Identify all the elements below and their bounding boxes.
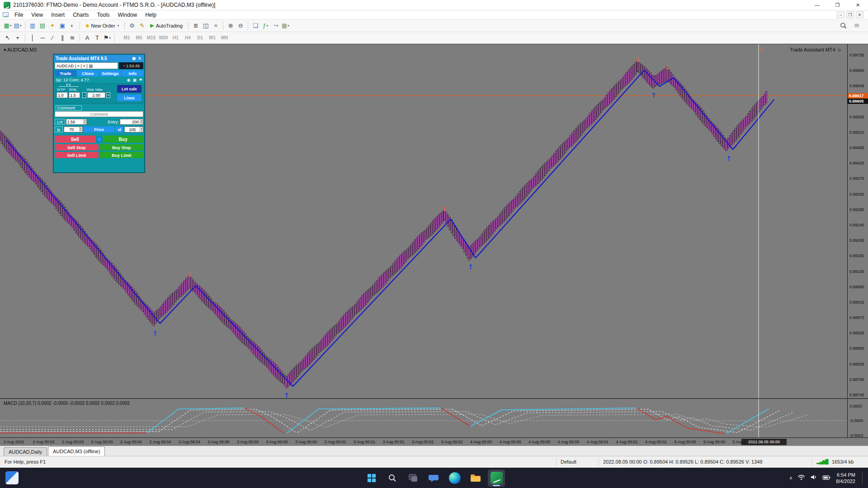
child-restore-button[interactable]: ❐ xyxy=(846,11,854,18)
file-explorer-button[interactable] xyxy=(467,469,484,487)
terminal-icon[interactable]: ▣ xyxy=(57,21,67,31)
rsl-input[interactable] xyxy=(69,93,80,98)
confirm-checkbox[interactable] xyxy=(97,137,102,142)
search-icon[interactable] xyxy=(838,21,848,31)
horizontal-line-icon[interactable]: ─ xyxy=(38,33,47,43)
entry-input[interactable] xyxy=(120,119,140,124)
lines-button[interactable]: Lines xyxy=(117,94,142,101)
new-order-button[interactable]: ◆New Order▾ xyxy=(82,21,122,31)
comment-input[interactable] xyxy=(55,112,143,117)
period-d1[interactable]: D1 xyxy=(194,33,206,42)
edge-button[interactable] xyxy=(446,469,463,487)
symbol-selector[interactable]: AUDCAD | < | > | ▤ xyxy=(55,62,118,69)
period-h1[interactable]: H1 xyxy=(170,33,182,42)
sell-limit-button[interactable]: Sell Limit xyxy=(55,152,99,158)
menu-insert[interactable]: Insert xyxy=(47,10,69,19)
symbol-nav-arrows[interactable]: | < | > | xyxy=(75,64,88,68)
metaeditor-icon[interactable]: ✎ xyxy=(137,21,147,31)
chart-system-icon[interactable] xyxy=(3,12,9,17)
buy-limit-button[interactable]: Buy Limit xyxy=(100,152,144,158)
trade-panel-tab-trade[interactable]: Trade xyxy=(55,70,76,76)
menu-file[interactable]: File xyxy=(10,10,27,19)
templates-icon[interactable]: ▦▾ xyxy=(280,21,290,31)
profile-name[interactable]: Default xyxy=(561,459,576,465)
zoom-out-icon[interactable]: ⊖ xyxy=(236,21,245,31)
sl-label[interactable]: sl xyxy=(115,127,123,132)
menu-window[interactable]: Window xyxy=(114,10,142,19)
eye-icon[interactable]: ◉ xyxy=(127,78,131,82)
clock[interactable]: 6:54 PM 8/4/2022 xyxy=(836,472,855,484)
lot-calc-button[interactable]: Lot calc xyxy=(117,85,142,93)
chart-tab[interactable]: AUDCAD,Daily xyxy=(4,447,47,456)
period-mn[interactable]: MN xyxy=(218,33,231,42)
buy-stop-button[interactable]: Buy Stop xyxy=(100,144,144,150)
indicators-icon[interactable]: ƒ▾ xyxy=(260,21,270,31)
start-button[interactable] xyxy=(363,469,380,487)
risk-minus-button[interactable]: - xyxy=(82,92,86,98)
wifi-icon[interactable] xyxy=(797,474,805,482)
risk-plus-button[interactable]: + xyxy=(106,92,110,98)
expert-advisors-icon[interactable]: ⚙ xyxy=(127,21,137,31)
navigator-icon[interactable]: ✦ xyxy=(47,21,57,31)
close-button[interactable]: ✕ xyxy=(848,0,868,10)
volume-icon[interactable] xyxy=(810,474,817,482)
line-chart-icon[interactable]: ≈ xyxy=(211,21,221,31)
menu-charts[interactable]: Charts xyxy=(69,10,93,19)
arrows-tool-icon[interactable]: ⚑▾ xyxy=(102,33,112,43)
vertical-line-icon[interactable]: │ xyxy=(28,33,38,43)
minimize-button[interactable]: — xyxy=(807,0,827,10)
trade-panel-tab-settings[interactable]: Settings xyxy=(99,70,121,76)
show-desktop-button[interactable] xyxy=(862,472,863,484)
text-icon[interactable]: A xyxy=(82,33,92,43)
risk-input[interactable] xyxy=(88,93,105,98)
menu-view[interactable]: View xyxy=(27,10,47,19)
panel-icon[interactable]: ▣ xyxy=(132,78,137,82)
period-m15[interactable]: M15 xyxy=(145,33,157,42)
profiles-icon[interactable]: ▤▾ xyxy=(13,21,23,31)
chart-collapse-icon[interactable]: ▾ xyxy=(4,47,6,52)
zoom-in-icon[interactable]: ⊕ xyxy=(226,21,236,31)
kk-toggle[interactable]: KK xyxy=(59,83,79,87)
period-m30[interactable]: M30 xyxy=(157,33,170,42)
autotrading-button[interactable]: ▶AutoTrading xyxy=(147,21,186,31)
trendline-icon[interactable]: ∕ xyxy=(47,33,57,43)
tray-expand-icon[interactable]: ∧ xyxy=(789,475,793,480)
fibonacci-icon[interactable]: ≋ xyxy=(67,33,77,43)
mail-icon[interactable]: ✉ xyxy=(852,21,862,31)
panel-close-icon[interactable]: X xyxy=(137,56,142,61)
chat-button[interactable] xyxy=(425,469,443,487)
camera-icon[interactable]: ◉ xyxy=(131,56,137,61)
menu-tools[interactable]: Tools xyxy=(93,10,114,19)
time-axis[interactable]: 2022.08.05 00:00 2 Aug 20222 Aug 00:032 … xyxy=(0,437,868,446)
market-watch-icon[interactable]: ▥ xyxy=(28,21,38,31)
trade-panel-tab-info[interactable]: Info xyxy=(122,70,144,76)
lot-label[interactable]: Lot xyxy=(55,119,65,125)
sl-input[interactable] xyxy=(125,127,140,132)
child-minimize-button[interactable]: – xyxy=(837,11,844,18)
search-button[interactable] xyxy=(384,469,401,487)
comment-label[interactable]: Comment xyxy=(56,105,82,111)
cursor-icon[interactable]: ↖ xyxy=(3,33,13,43)
tp-label[interactable]: tp xyxy=(55,127,63,132)
period-w1[interactable]: W1 xyxy=(206,33,218,42)
tp-input[interactable] xyxy=(64,127,79,132)
child-close-button[interactable]: ✕ xyxy=(856,11,863,18)
task-view-button[interactable] xyxy=(405,469,422,487)
new-chart-icon[interactable]: ▦▾ xyxy=(3,21,13,31)
text-label-icon[interactable]: T xyxy=(92,33,102,43)
equidistant-channel-icon[interactable]: ∥ xyxy=(57,33,67,43)
period-m1[interactable]: M1 xyxy=(121,33,133,42)
subwindow-separator[interactable] xyxy=(0,398,868,399)
folder-icon[interactable]: ▤ xyxy=(89,64,93,68)
buy-button[interactable]: Buy xyxy=(103,136,144,143)
tile-windows-icon[interactable]: ❏ xyxy=(250,21,260,31)
sell-stop-button[interactable]: Sell Stop xyxy=(55,144,99,150)
menu-help[interactable]: Help xyxy=(141,10,160,19)
battery-icon[interactable] xyxy=(822,474,831,482)
periods-list-icon[interactable]: ◔▾ xyxy=(270,21,280,31)
price-button[interactable]: Price xyxy=(84,127,115,132)
rtp-input[interactable] xyxy=(57,93,67,98)
lot-input[interactable] xyxy=(66,119,83,124)
period-m5[interactable]: M5 xyxy=(133,33,145,42)
strategy-tester-icon[interactable]: ◐ xyxy=(67,21,77,31)
